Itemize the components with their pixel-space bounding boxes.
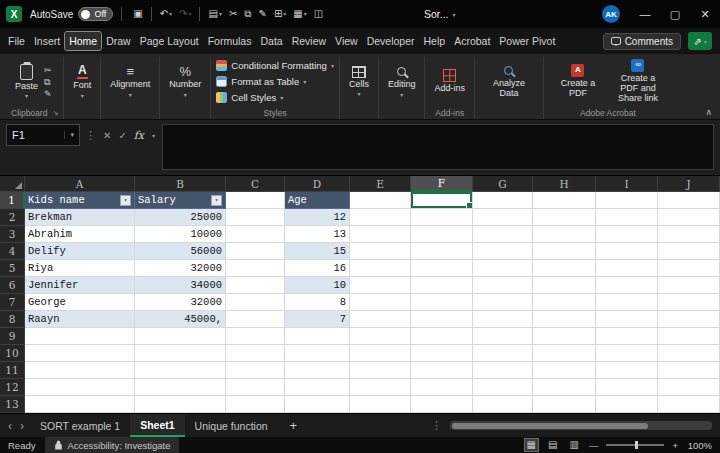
cell-H4[interactable] <box>533 243 596 260</box>
cell-D12[interactable] <box>285 379 350 396</box>
filter-button-A1[interactable]: ▾ <box>120 195 131 206</box>
cancel-icon[interactable]: ✕ <box>103 130 111 141</box>
cell-H1[interactable] <box>533 192 596 209</box>
cell-J1[interactable] <box>658 192 720 209</box>
cell-B8[interactable]: 45000, <box>135 311 226 328</box>
ribbon-tab-power-pivot[interactable]: Power Pivot <box>495 32 559 50</box>
cell-G12[interactable] <box>473 379 533 396</box>
cell-styles-button[interactable]: Cell Styles ▾ <box>216 90 334 105</box>
cell-F11[interactable] <box>411 362 473 379</box>
maximize-button[interactable]: ▢ <box>660 0 690 28</box>
cell-D1[interactable]: Age <box>285 192 350 209</box>
cell-G1[interactable] <box>473 192 533 209</box>
zoom-slider[interactable] <box>606 444 664 446</box>
cell-J4[interactable] <box>658 243 720 260</box>
cell-F4[interactable] <box>411 243 473 260</box>
cell-F1[interactable] <box>411 192 473 209</box>
zoom-in-button[interactable]: + <box>672 440 678 451</box>
column-header-C[interactable]: C <box>226 176 285 192</box>
conditional-formatting-button[interactable]: Conditional Formatting ▾ <box>216 58 334 73</box>
create-pdf-button[interactable]: A Create a PDF <box>549 63 607 100</box>
column-header-H[interactable]: H <box>533 176 596 192</box>
ribbon-tab-view[interactable]: View <box>331 32 362 50</box>
cell-C5[interactable] <box>226 260 285 277</box>
cell-D3[interactable]: 13 <box>285 226 350 243</box>
cell-D9[interactable] <box>285 328 350 345</box>
cell-A1[interactable]: Kids name▾ <box>25 192 135 209</box>
row-header-5[interactable]: 5 <box>0 260 25 277</box>
zoom-out-button[interactable]: — <box>589 440 599 451</box>
cell-J12[interactable] <box>658 379 720 396</box>
cell-A3[interactable]: Abrahim <box>25 226 135 243</box>
cell-H11[interactable] <box>533 362 596 379</box>
column-header-B[interactable]: B <box>135 176 226 192</box>
row-header-11[interactable]: 11 <box>0 362 25 379</box>
paste-button[interactable]: Paste ▾ <box>11 63 42 101</box>
column-header-E[interactable]: E <box>350 176 411 192</box>
cell-G2[interactable] <box>473 209 533 226</box>
account-avatar[interactable]: AK <box>602 5 620 23</box>
column-header-D[interactable]: D <box>285 176 350 192</box>
document-title-dropdown[interactable]: Sor... ▾ <box>424 0 456 28</box>
ribbon-tab-help[interactable]: Help <box>420 32 450 50</box>
ribbon-tab-insert[interactable]: Insert <box>30 32 64 50</box>
cell-J9[interactable] <box>658 328 720 345</box>
format-as-table-button[interactable]: Format as Table ▾ <box>216 74 334 89</box>
cell-C6[interactable] <box>226 277 285 294</box>
cell-F10[interactable] <box>411 345 473 362</box>
cell-G4[interactable] <box>473 243 533 260</box>
cell-E7[interactable] <box>350 294 411 311</box>
cell-F12[interactable] <box>411 379 473 396</box>
cell-G11[interactable] <box>473 362 533 379</box>
number-button[interactable]: % Number ▾ <box>165 64 205 99</box>
cell-B5[interactable]: 32000 <box>135 260 226 277</box>
cell-E10[interactable] <box>350 345 411 362</box>
ribbon-tab-developer[interactable]: Developer <box>363 32 419 50</box>
cell-A2[interactable]: Brekman <box>25 209 135 226</box>
editing-button[interactable]: Editing ▾ <box>384 64 420 99</box>
cell-I5[interactable] <box>596 260 658 277</box>
ribbon-tab-data[interactable]: Data <box>256 32 286 50</box>
autosave-toggle[interactable]: AutoSave Off <box>30 7 113 21</box>
zoom-slider-thumb[interactable] <box>635 441 638 449</box>
cell-B3[interactable]: 10000 <box>135 226 226 243</box>
cell-C2[interactable] <box>226 209 285 226</box>
cell-B11[interactable] <box>135 362 226 379</box>
camera-icon[interactable]: ◫ <box>311 7 326 21</box>
formula-input[interactable] <box>162 124 714 170</box>
cell-F8[interactable] <box>411 311 473 328</box>
ribbon-tab-file[interactable]: File <box>4 32 29 50</box>
cell-A11[interactable] <box>25 362 135 379</box>
cell-G10[interactable] <box>473 345 533 362</box>
column-header-F[interactable]: F <box>411 176 473 192</box>
cell-F2[interactable] <box>411 209 473 226</box>
cell-E9[interactable] <box>350 328 411 345</box>
copy-icon[interactable]: ⧉ <box>241 7 254 21</box>
cell-E8[interactable] <box>350 311 411 328</box>
cell-E13[interactable] <box>350 396 411 413</box>
sheet-tab-sort-example-1[interactable]: SORT example 1 <box>30 414 130 437</box>
copy-icon[interactable]: ⧉ <box>44 78 52 87</box>
column-header-I[interactable]: I <box>596 176 658 192</box>
cell-G9[interactable] <box>473 328 533 345</box>
cell-B6[interactable]: 34000 <box>135 277 226 294</box>
row-header-6[interactable]: 6 <box>0 277 25 294</box>
cell-B4[interactable]: 56000 <box>135 243 226 260</box>
ribbon-tab-formulas[interactable]: Formulas <box>204 32 256 50</box>
cell-J5[interactable] <box>658 260 720 277</box>
cell-F5[interactable] <box>411 260 473 277</box>
cell-F3[interactable] <box>411 226 473 243</box>
cell-A7[interactable]: George <box>25 294 135 311</box>
cell-H2[interactable] <box>533 209 596 226</box>
formula-bar-divider[interactable]: ⋮ <box>85 124 96 146</box>
cell-B10[interactable] <box>135 345 226 362</box>
row-header-13[interactable]: 13 <box>0 396 25 413</box>
cell-H7[interactable] <box>533 294 596 311</box>
font-button[interactable]: A Font ▾ <box>69 63 95 100</box>
cell-G6[interactable] <box>473 277 533 294</box>
cell-I3[interactable] <box>596 226 658 243</box>
enter-icon[interactable]: ✓ <box>118 130 126 141</box>
cell-H5[interactable] <box>533 260 596 277</box>
cell-F9[interactable] <box>411 328 473 345</box>
cell-C12[interactable] <box>226 379 285 396</box>
